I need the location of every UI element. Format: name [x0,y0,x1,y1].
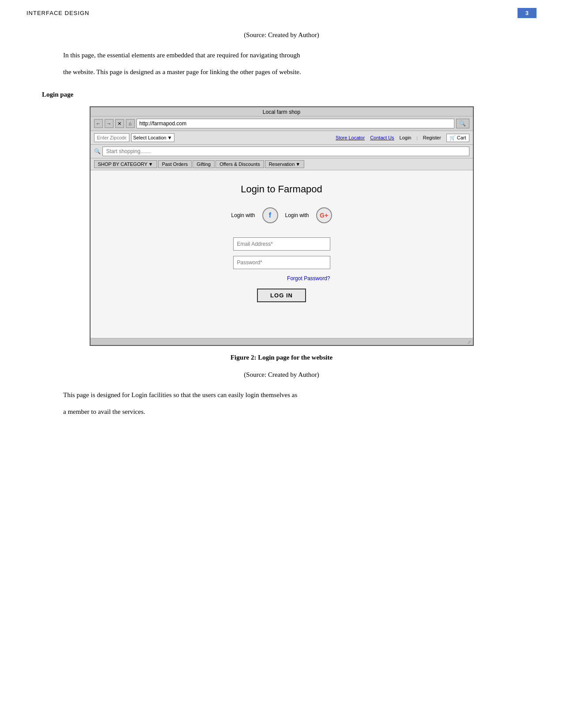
email-input[interactable] [233,237,330,251]
browser-mockup: Local farm shop ← → ✕ ⌂ 🔍 Select Locatio… [90,106,474,346]
figure-caption: Figure 2: Login page for the website [42,354,521,361]
source-top: (Source: Created by Author) [42,31,521,39]
browser-statusbar: ∕∕ [91,338,473,345]
facebook-login-button[interactable]: f [262,207,278,223]
browser-search-button[interactable]: 🔍 [456,119,469,128]
paragraph-2: the website. This page is designed as a … [42,65,521,79]
login-title: Login to Farmapod [99,184,464,195]
paragraph-1: In this page, the essential elements are… [42,49,521,62]
search-icon: 🔍 [94,148,101,155]
login-form [99,237,464,269]
main-content: (Source: Created by Author) In this page… [0,23,563,439]
paragraph-bottom-1: This page is designed for Login faciliti… [42,388,521,402]
search-bar: 🔍 [91,145,473,158]
resize-handle: ∕∕ [469,339,470,345]
menu-offers-discounts[interactable]: Offers & Discounts [215,160,264,168]
search-input[interactable] [102,146,469,156]
section-heading: Login page [42,91,521,98]
login-link[interactable]: Login [400,135,412,140]
menu-bar: SHOP BY CATEGORY ▼ Past Orders Gifting O… [91,158,473,170]
nav-bar: Select Location ▼ Store Locator Contact … [91,131,473,145]
menu-shop-by-category[interactable]: SHOP BY CATEGORY ▼ [94,160,157,168]
google-login-label: Login with [285,212,309,218]
source-bottom: (Source: Created by Author) [42,371,521,379]
menu-past-orders[interactable]: Past Orders [158,160,192,168]
browser-title: Local farm shop [263,109,300,115]
cart-button[interactable]: 🛒 Cart [446,134,469,142]
back-button[interactable]: ← [94,119,103,128]
browser-title-bar: Local farm shop [91,107,473,116]
login-button[interactable]: LOG IN [257,289,306,302]
url-bar[interactable] [136,119,454,128]
browser-toolbar: ← → ✕ ⌂ 🔍 [91,116,473,131]
contact-us-link[interactable]: Contact Us [370,135,394,140]
menu-reservation[interactable]: Reservation ▼ [265,160,305,168]
close-button[interactable]: ✕ [115,119,124,128]
nav-links: Store Locator Contact Us Login | Registe… [336,134,469,142]
google-login-button[interactable]: G+ [316,207,332,223]
menu-gifting[interactable]: Gifting [193,160,215,168]
zipcode-input[interactable] [94,133,129,142]
header-title: INTERFACE DESIGN [26,10,89,16]
facebook-login-label: Login with [231,212,255,218]
paragraph-bottom-2: a member to avail the services. [42,405,521,418]
forward-button[interactable]: → [105,119,113,128]
browser-content: Login to Farmapod Login with f Login wit… [91,170,473,338]
page-header: INTERFACE DESIGN 3 [0,0,563,23]
store-locator-link[interactable]: Store Locator [336,135,365,140]
home-button[interactable]: ⌂ [126,119,135,128]
page-number: 3 [518,8,537,18]
forgot-password-link[interactable]: Forgot Password? [233,275,330,281]
select-location-button[interactable]: Select Location ▼ [131,133,174,142]
social-login-row: Login with f Login with G+ [99,207,464,223]
password-input[interactable] [233,256,330,269]
register-link[interactable]: Register [423,135,441,140]
